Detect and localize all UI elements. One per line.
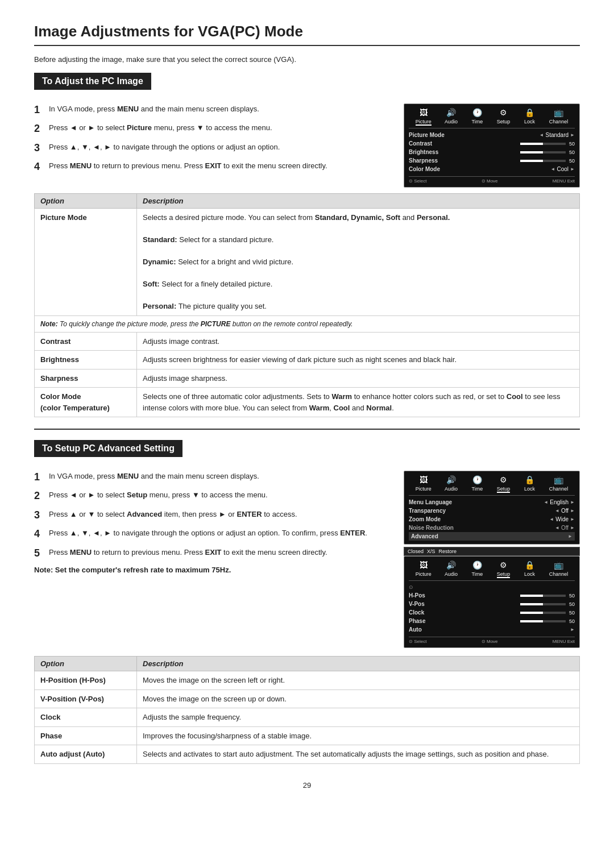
table-row: Brightness Adjusts screen brightness for… [35,351,580,369]
menu-icon-picture: 🖼 Picture [416,107,432,126]
table-row: Phase Improves the focusing/sharpness of… [35,726,580,745]
option-desc: Selects a desired picture mode. You can … [137,209,580,316]
table-row: Picture Mode Selects a desired picture m… [35,209,580,316]
section1-steps: 1 In VGA mode, press MENU and the main m… [34,103,390,188]
option-desc: Adjusts image contrast. [137,332,580,351]
menu-row-zoom: Zoom Mode ◄ Wide ► [409,515,575,524]
time-icon: 🕐 [471,475,483,485]
step-text: Press MENU to return to previous menu. P… [49,547,327,558]
menu-row-advanced: Advanced ► [409,532,575,541]
step-2-3: 3 Press ▲ or ▼ to select Advanced item, … [34,509,390,522]
menu-row-transparency: Transparency ◄ Off ► [409,506,575,515]
step-text: Press MENU to return to previous menu. P… [49,160,327,172]
menu-icon-audio: 🔊 Audio [445,475,458,493]
step-text: In VGA mode, press MENU and the main men… [49,471,259,482]
option-desc: Selects and activates to start auto adju… [137,745,580,764]
section1-menu-screenshot: 🖼 Picture 🔊 Audio 🕐 Time ⚙ Setup 🔒 [404,103,580,188]
arrow-right-icon: ► [570,627,575,632]
option-desc: Adjusts screen brightness for easier vie… [137,351,580,369]
lock-icon: 🔒 [523,560,536,570]
audio-icon: 🔊 [445,107,458,118]
menu-row-color-mode: Color Mode ◄ Cool ► [409,165,575,173]
arrow-left-icon: ◄ [555,508,559,513]
table-row: Sharpness Adjusts image sharpness. [35,369,580,388]
menu-row-brightness: Brightness 50 [409,148,575,156]
menu-icon-channel: 📺 Channel [549,107,569,126]
channel-icon: 📺 [553,107,565,118]
menu-icon-time: 🕐 Time [471,560,483,578]
menu-row-lang: Menu Language ◄ English ► [409,498,575,506]
arrow-left-icon: ◄ [555,525,559,530]
section2-heading: To Setup PC Advanced Setting [34,440,182,457]
menu-row-hpos: H-Pos 50 [409,591,575,600]
menu-row-contrast: Contrast 50 [409,139,575,148]
table-row: Color Mode(color Temperature) Selects on… [35,388,580,417]
setup-icon: ⚙ [497,107,509,118]
col-option: Option [35,657,137,671]
menu-row-sharpness: Sharpness 50 [409,156,575,165]
step-text: Press ▲, ▼, ◄, ► to navigate through the… [49,528,367,539]
arrow-right-icon: ► [570,167,575,172]
table-row-note: Note: To quickly change the picture mode… [35,315,580,332]
overlay-top-bar: Closed X/S Restore [404,547,580,556]
step-1-4: 4 Press MENU to return to previous menu.… [34,160,390,173]
note-cell: Note: To quickly change the picture mode… [35,315,580,332]
step-1-1: 1 In VGA mode, press MENU and the main m… [34,103,390,117]
oc-note: ⊙ [409,583,575,591]
col-option: Option [35,194,137,209]
table-row: V-Position (V-Pos) Moves the image on th… [35,690,580,708]
menu-row-vpos: V-Pos 50 [409,600,575,608]
menu-row-noise: Noise Reduction ◄ Off ► [409,524,575,532]
picture-icon: 🖼 [417,107,430,118]
section1-heading: To Adjust the PC Image [34,73,151,90]
page-title: Image Adjustments for VGA(PC) Mode [34,23,580,46]
step-2-2: 2 Press ◄ or ► to select Setup menu, pre… [34,489,390,502]
page-number: 29 [34,781,580,790]
arrow-left-icon: ◄ [544,500,548,505]
menu-row-clock: Clock 50 [409,608,575,617]
menu-row-auto: Auto ► [409,625,575,634]
step-2-5: 5 Press MENU to return to previous menu.… [34,547,390,560]
col-description: Description [137,657,580,671]
menu-icon-audio: 🔊 Audio [445,560,458,578]
step-num: 2 [34,122,44,135]
menu-icon-time: 🕐 Time [471,107,483,126]
arrow-right-icon: ► [570,517,575,522]
arrow-right-icon: ► [570,525,575,530]
step-text: Press ◄ or ► to select Picture menu, pre… [49,122,272,134]
channel-icon: 📺 [553,475,565,485]
menu-icon-setup: ⚙ Setup [497,107,511,126]
setup-icon: ⚙ [497,475,509,485]
option-name: Color Mode(color Temperature) [35,388,137,417]
step-num: 4 [34,160,44,173]
section2-menu-screenshots: 🖼 Picture 🔊 Audio 🕐 Time ⚙ Setup 🔒 [404,471,580,650]
step-num: 2 [34,489,44,502]
menu-icon-channel: 📺 Channel [549,475,569,493]
lock-icon: 🔒 [523,107,536,118]
option-name: H-Position (H-Pos) [35,671,137,690]
option-desc: Improves the focusing/sharpness of a sta… [137,726,580,745]
step-num: 1 [34,103,44,117]
menu-icon-lock: 🔒 Lock [523,107,536,126]
step-num: 5 [34,547,44,560]
arrow-left-icon: ◄ [551,167,555,172]
step-2-4: 4 Press ▲, ▼, ◄, ► to navigate through t… [34,528,390,541]
table-row: Auto adjust (Auto) Selects and activates… [35,745,580,764]
option-name: Auto adjust (Auto) [35,745,137,764]
step-text: Press ◄ or ► to select Setup menu, press… [49,489,268,501]
arrow-right-icon: ► [570,508,575,513]
option-name: Contrast [35,332,137,351]
menu-footer: ⊙ Select ⊙ Move MENU Exit [409,176,575,184]
arrow-right-icon: ► [570,500,575,505]
menu-screen-1: 🖼 Picture 🔊 Audio 🕐 Time ⚙ Setup 🔒 [404,103,580,188]
menu-row-phase: Phase 50 [409,617,575,625]
table-row: H-Position (H-Pos) Moves the image on th… [35,671,580,690]
audio-icon: 🔊 [445,475,458,485]
step-num: 3 [34,142,44,155]
arrow-right-icon: ► [568,534,572,539]
lock-icon: 🔒 [523,475,536,485]
step-1-2: 2 Press ◄ or ► to select Picture menu, p… [34,122,390,135]
option-desc: Moves the image on the screen up or down… [137,690,580,708]
step-1-3: 3 Press ▲, ▼, ◄, ► to navigate through t… [34,142,390,155]
table-row: Contrast Adjusts image contrast. [35,332,580,351]
